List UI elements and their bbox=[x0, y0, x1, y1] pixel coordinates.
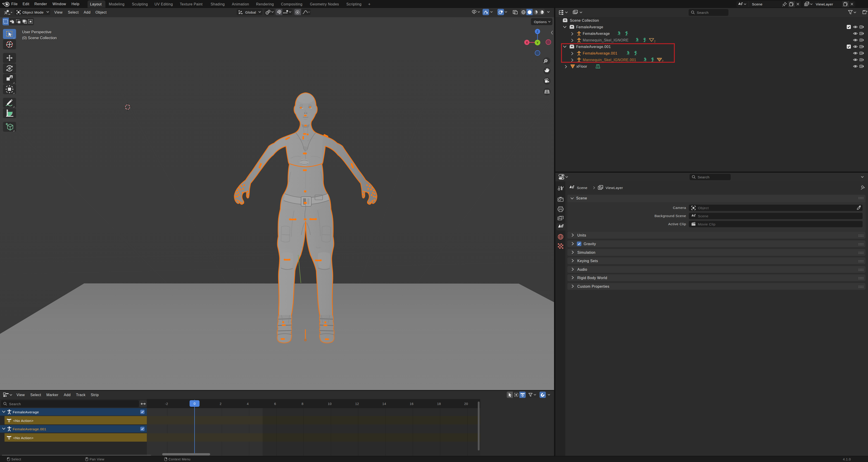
svg-text:2: 2 bbox=[654, 40, 656, 43]
svg-text:Z: Z bbox=[536, 30, 538, 33]
svg-text:X: X bbox=[526, 41, 528, 44]
svg-text:Y: Y bbox=[536, 41, 539, 45]
